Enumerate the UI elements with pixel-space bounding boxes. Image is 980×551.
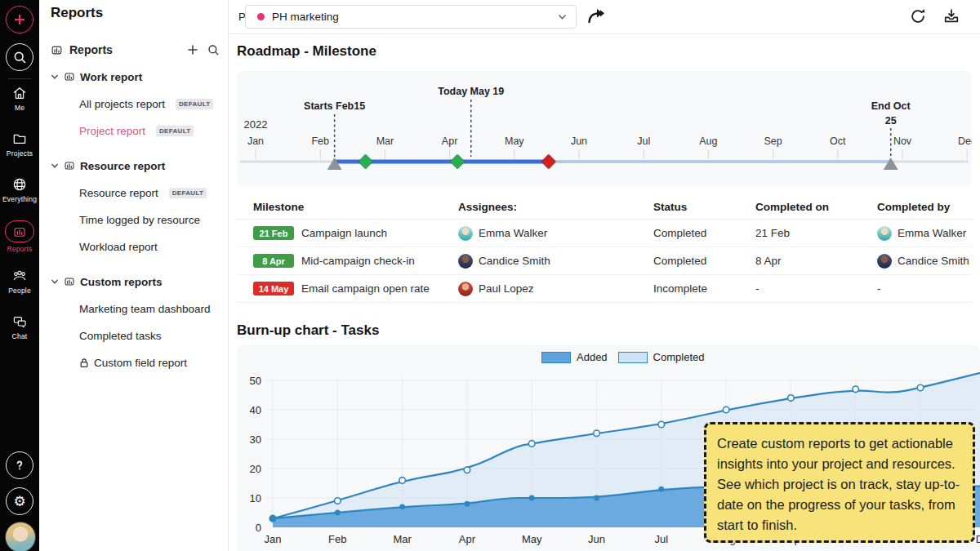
download-icon [942,7,960,25]
rail-item-everything[interactable]: Everything [0,176,39,203]
svg-text:Jan: Jan [265,533,282,545]
sidebar-item-workload-report[interactable]: Workload report [39,234,228,259]
legend-item-completed[interactable]: Completed [618,351,705,363]
item-label: Marketing team dashboard [79,303,211,315]
rail-item-people[interactable]: People [0,268,39,295]
chevron-down-icon [51,162,59,170]
milestone-date-badge: 14 May [253,282,294,295]
chevron-down-icon [558,14,567,20]
sidebar-section-work-report[interactable]: Work report [39,64,228,89]
assignee-avatar [458,282,473,296]
svg-text:Jun: Jun [571,136,587,147]
assignee-avatar [458,254,473,269]
completed-by-avatar [877,226,892,241]
sidebar-section-resource-report[interactable]: Resource report [39,153,228,178]
col-header: Completed on [755,201,877,213]
rail-item-label: Me [15,104,24,112]
sidebar-item-custom-field-report[interactable]: Custom field report [39,350,228,375]
completed-on-value: - [755,282,877,295]
svg-text:10: 10 [250,492,261,504]
rail-item-reports[interactable]: Reports [0,220,39,253]
active-pill [5,220,34,242]
col-header: Status [653,201,755,213]
svg-text:40: 40 [250,404,261,416]
svg-text:Aug: Aug [699,136,717,147]
promo-callout: Create custom reports to get actionable … [704,422,975,543]
topbar: Project: PH marketing [229,0,980,34]
item-label: Project report [79,125,145,137]
status-value: Completed [653,227,755,239]
sidebar-item-completed-tasks[interactable]: Completed tasks [39,323,228,348]
rail-divider [8,78,31,79]
svg-text:Feb: Feb [328,533,346,545]
svg-text:Today May 19: Today May 19 [438,86,504,97]
bar-chart-icon [64,160,75,171]
assignee-name: Paul Lopez [479,282,534,295]
section-label: Resource report [80,160,165,172]
chevron-down-icon [51,73,59,81]
sidebar-item-resource-report[interactable]: Resource report DEFAULT [39,180,228,205]
default-badge: DEFAULT [156,126,194,136]
create-button[interactable] [6,6,33,33]
refresh-button[interactable] [909,7,929,26]
svg-text:Starts Feb15: Starts Feb15 [304,100,365,112]
left-rail: Me Projects Everything Reports People Ch… [0,0,39,551]
legend-label: Completed [653,351,705,363]
svg-text:Dec: Dec [976,533,980,545]
bar-chart-icon [64,276,75,287]
sidebar-reports-root[interactable]: Reports [39,38,228,62]
svg-text:End Oct: End Oct [871,100,911,112]
col-header: Assignees: [458,201,653,213]
table-row[interactable]: 21 FebCampaign launch Emma Walker Comple… [237,220,972,247]
rail-item-projects[interactable]: Projects [0,131,39,158]
svg-text:May: May [505,136,524,147]
item-label: Workload report [79,241,158,253]
table-row[interactable]: 8 AprMid-campaign check-in Candice Smith… [237,247,972,275]
table-row[interactable]: 14 MayEmail campaign open rate Paul Lope… [237,275,972,303]
rail-item-label: Projects [7,149,33,158]
sidebar-item-time-logged[interactable]: Time logged by resource [39,207,228,232]
burnup-section-title: Burn-up chart - Tasks [237,322,379,339]
settings-button[interactable]: ⚙ [6,487,33,515]
lock-icon [79,358,89,368]
default-badge: DEFAULT [176,99,213,109]
share-report-button[interactable] [586,7,606,24]
plus-icon [13,13,26,26]
help-button[interactable] [6,451,33,479]
user-avatar[interactable] [5,522,36,551]
svg-text:Jun: Jun [588,533,605,545]
section-label: Custom reports [80,276,163,288]
sidebar-item-project-report[interactable]: Project report DEFAULT [39,118,228,143]
globe-icon [11,176,28,193]
status-value: Completed [653,255,755,267]
export-button[interactable] [942,7,962,26]
add-report-icon[interactable] [187,44,198,56]
search-reports-icon[interactable] [207,44,220,56]
refresh-icon [909,7,927,25]
svg-text:2022: 2022 [244,118,268,131]
project-select[interactable]: PH marketing [245,5,577,29]
rail-item-chat[interactable]: Chat [0,313,39,340]
people-icon [11,268,28,284]
help-icon [12,458,27,473]
rail-item-me[interactable]: Me [0,85,39,112]
burnup-chart-panel: JanFebMarAprMayJunJulAugSepOctNovDec0102… [237,345,980,551]
milestone-date-badge: 21 Feb [253,226,294,240]
default-badge: DEFAULT [169,188,207,198]
completed-on-value: 21 Feb [755,227,877,239]
sidebar-section-custom-reports[interactable]: Custom reports [39,269,228,294]
bar-chart-icon [64,71,75,82]
legend-item-added[interactable]: Added [541,351,608,363]
rail-item-label: Chat [12,332,28,340]
sidebar-item-marketing-team-dashboard[interactable]: Marketing team dashboard [39,296,228,321]
share-forward-icon [586,7,606,24]
sidebar-item-all-projects-report[interactable]: All projects report DEFAULT [39,91,228,116]
completed-by-avatar [877,254,892,269]
search-button[interactable] [6,43,33,71]
legend-swatch-added [541,352,571,363]
legend-swatch-completed [618,352,648,363]
reports-sidebar: Reports Reports Work report All projects… [39,0,229,551]
milestone-table: Milestone Assignees: Status Completed on… [237,194,972,303]
bar-chart-icon [51,44,63,56]
roadmap-section-title: Roadmap - Milestone [237,43,376,60]
